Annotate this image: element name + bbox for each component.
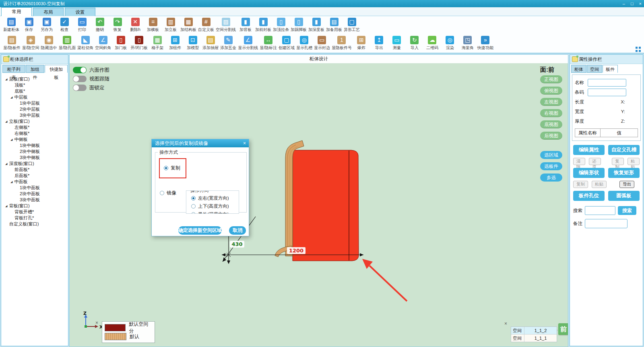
toolbar-open-close-door[interactable]: ▯开/闭门板 [130,36,148,51]
layout-grid-icon[interactable] [636,47,641,52]
toolbar-save[interactable]: ▣保存 [21,18,37,33]
arc-board-button[interactable]: 圆弧板 [608,191,640,201]
toolbar-add-structure-board[interactable]: ▦加结构板 [180,18,196,33]
tree-item[interactable]: 1块中层板 [1,100,68,106]
right-tab-柜体[interactable]: 柜体 [571,65,586,73]
edit-shape-button[interactable]: 编辑形状 [573,168,605,178]
toggle-switch[interactable] [73,85,87,91]
tree-item[interactable]: 背板打孔* [1,215,68,221]
toolbar-import[interactable]: ↻导入 [407,36,423,51]
toolbar-quick-functions[interactable]: »快捷功能 [477,36,493,51]
expander-icon[interactable]: ◢ [5,120,7,123]
radio-circle[interactable] [191,212,196,214]
tree-item[interactable]: 底板* [1,88,68,94]
toolbar-show-holes[interactable]: ◎显示孔槽 [296,36,312,51]
toolbar-add-top-bar[interactable]: ▯加顶拉条 [273,18,289,33]
toolbar-check[interactable]: ✓检查 [56,18,72,33]
view-button-正视图[interactable]: 正视图 [540,75,562,83]
toolbar-add-kick-board[interactable]: ▯加踢脚板 [291,18,307,33]
view-button-后视图[interactable]: 后视图 [540,132,562,140]
radio-circle[interactable] [191,196,196,200]
toolbar-special-craft[interactable]: ▢异形工艺 [344,18,360,33]
toolbar-grid-rack[interactable]: ▦格子架 [149,36,165,51]
select-button-选板件[interactable]: 选板件 [540,162,562,170]
toolbar-show-edgeband[interactable]: ▭显示封边 [314,36,330,51]
toolbar-print[interactable]: ▭打印 [74,18,90,33]
field-input[interactable] [588,79,626,87]
view-button-右视图[interactable]: 右视图 [540,109,562,117]
toolbar-qrcode[interactable]: ☁二维码 [424,36,440,51]
dialog-titlebar[interactable]: 选择空间后的复制或镜像 × [152,139,249,147]
toolbar-hide-selected[interactable]: ◉隐藏选中 [41,36,57,51]
toolbar-toggle-dimension[interactable]: ↔显/隐标注 [260,36,277,51]
minimize-button[interactable]: – [623,0,625,7]
ribbon-tab-布局[interactable]: 布局 [33,8,64,16]
tree-item[interactable]: 后面板* [1,173,68,179]
toolbar-space-bevel[interactable]: ∠空间斜角 [95,36,111,51]
board-holes-button[interactable]: 板件孔位 [573,191,605,201]
radio-circle[interactable] [191,204,196,209]
radio-copy-circle[interactable] [164,166,168,170]
expander-icon[interactable]: ◢ [5,204,7,208]
tree-item[interactable]: 左侧板* [1,124,68,130]
space-row[interactable]: 空间1_1_1 [511,335,557,342]
legend-close-icon[interactable]: × [95,320,98,325]
space-row[interactable]: 空间1_1_2 [511,327,557,335]
tree-item[interactable]: 背板开槽* [1,209,68,215]
toolbar-delete[interactable]: ✕删除h [127,18,143,33]
toolbar-save-as[interactable]: ▣另存为 [39,18,55,33]
tree-item[interactable]: 2块中面板 [1,191,68,197]
toggle-六面作图[interactable]: 六面作图 [73,66,109,74]
toolbar-corner[interactable]: ◳海棠角 [460,36,476,51]
search-button[interactable]: 搜索 [618,206,636,215]
ribbon-tab-设置[interactable]: 设置 [65,8,95,16]
toolbar-toggle-space[interactable]: ◈显/隐空间 [22,36,39,51]
close-button[interactable]: × [639,0,642,7]
confirm-new-space-button[interactable]: 确定选择新空间区域 [178,226,222,235]
expander-icon[interactable]: ◢ [10,96,12,99]
toolbar-add-hardware[interactable]: ✎添加五金 [220,36,236,51]
tree-item[interactable]: 前面板* [1,167,68,173]
toolbar-add-back-board[interactable]: ▮加背板 [237,18,254,33]
tree-item[interactable]: ◢中层板 [1,94,68,100]
radio-copy[interactable]: 复制 [164,165,180,171]
export-shape-button[interactable]: 导出 [619,181,634,188]
tree-item[interactable]: 1块中面板 [1,185,68,191]
restore-rectangle-button[interactable]: 恢复矩形 [608,168,640,178]
toggle-视图跟随[interactable]: 视图跟随 [73,74,109,83]
tree-item[interactable]: ◢中侧板 [1,136,68,143]
edit-attributes-button[interactable]: 编辑属性 [573,145,605,155]
tree-item[interactable]: 自定义板(窗口) [1,221,68,227]
expander-icon[interactable]: ◢ [10,180,12,184]
radio-direction-1[interactable]: 上下(高度方向) [186,202,239,210]
toolbar-redo[interactable]: ↷恢复 [109,18,126,33]
tree-item[interactable]: 右侧板* [1,130,68,136]
toolbar-export[interactable]: ↥导出 [371,36,387,51]
radio-mirror-circle[interactable] [160,191,164,195]
left-tab-快捷加板[interactable]: 快捷加板 [45,65,68,73]
select-button-多选[interactable]: 多选 [540,174,562,182]
toolbar-add-door[interactable]: ▯加门板 [113,36,129,51]
toolbar-space-divider[interactable]: ▨空间分割线 [216,18,236,33]
toolbar-new-cabinet[interactable]: ▤新建柜体 [3,18,19,33]
face-front-button[interactable]: 前 [558,323,568,335]
toolbar-add-front-cover[interactable]: ▮加前封板 [255,18,271,33]
toolbar-beam-cut[interactable]: ◣梁柱切角 [77,36,93,51]
expander-icon[interactable]: ◢ [10,138,12,141]
tree-item[interactable]: 3块中层板 [1,112,68,118]
toggle-switch[interactable] [73,67,87,73]
toolbar-create-region[interactable]: ▢创建区域 [279,36,295,51]
dialog-close-icon[interactable]: × [243,139,246,147]
tree-item[interactable]: 2块中层板 [1,106,68,112]
ribbon-tab-常用[interactable]: 常用 [1,7,32,16]
tree-item[interactable]: ◢中面板 [1,179,68,185]
left-tab-加组件[interactable]: 加组件 [26,65,45,73]
toolbar-toggle-boards[interactable]: ▤显/隐板件 [3,36,21,51]
toolbar-add-model[interactable]: ⊡加模型 [185,36,201,51]
view-button-俯视图[interactable]: 俯视图 [540,87,562,95]
expander-icon[interactable]: ◢ [5,78,7,81]
design-canvas[interactable]: 柜体设计 430 1200 Z X [69,54,568,347]
maximize-button[interactable]: □ [631,0,634,7]
toolbar-toggle-board-number[interactable]: 1显隐板件号 [332,36,352,51]
view-button-左视图[interactable]: 左视图 [540,98,562,106]
